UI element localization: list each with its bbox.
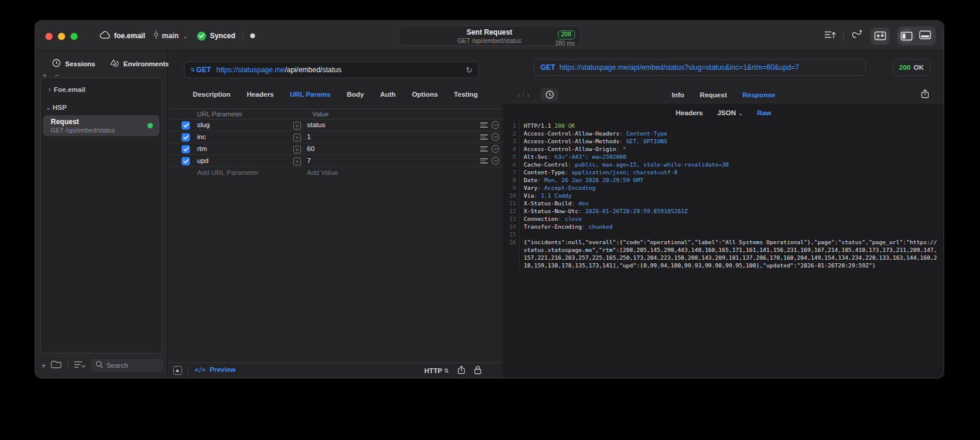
tab-url-params-label: URL Params — [290, 91, 331, 98]
view-options-icon[interactable] — [74, 360, 86, 371]
project-name[interactable]: foe.email — [114, 32, 145, 40]
param-name[interactable]: inc — [197, 133, 206, 140]
remove-param-icon[interactable] — [491, 157, 499, 165]
new-request-button[interactable]: + — [41, 361, 46, 370]
code-line-16: 16{"incidents":null,"overall":{"code":"o… — [503, 238, 940, 269]
param-enabled-checkbox[interactable] — [182, 145, 190, 153]
tab-body[interactable]: Body — [347, 91, 364, 98]
row-format-icon[interactable] — [480, 146, 488, 152]
tab-info[interactable]: Info — [672, 91, 684, 99]
line-number: 4 — [503, 145, 520, 153]
tab-auth[interactable]: Auth — [380, 91, 395, 98]
code-token: Cache-Control — [524, 161, 568, 168]
toolbar-separator — [843, 31, 844, 41]
editor-toggle-icon[interactable] — [173, 366, 182, 375]
code-icon: </> — [195, 367, 205, 373]
code-token: Vary — [524, 184, 537, 191]
sent-request-url-box[interactable]: GET https://statuspage.me/api/embed/stat… — [533, 59, 866, 76]
titlebar: foe.email main ⌄ Synced Sent Request GET… — [35, 21, 944, 51]
subtab-raw[interactable]: Raw — [757, 109, 772, 116]
tab-sessions-label: Sessions — [65, 60, 96, 67]
param-name[interactable]: slug — [197, 121, 210, 128]
preview-button[interactable]: </> Preview — [195, 366, 236, 373]
toggle-sidebar-button[interactable] — [899, 28, 914, 44]
param-enabled-checkbox[interactable] — [182, 157, 190, 165]
subtab-json[interactable]: JSON⌄ — [717, 109, 743, 116]
sync-status-label[interactable]: Synced — [210, 32, 235, 40]
request-url-field[interactable]: ⇅ GET https://statuspage.me /api/embed/s… — [184, 61, 479, 78]
protocol-selector[interactable]: HTTP ⇅ — [424, 367, 448, 374]
close-window-button[interactable] — [45, 33, 53, 40]
tab-testing[interactable]: Testing — [454, 91, 478, 98]
share-icon[interactable] — [457, 365, 465, 377]
add-param-value-placeholder[interactable]: Add Value — [307, 169, 338, 176]
export-response-icon[interactable] — [921, 89, 929, 101]
code-line-1: 1HTTP/1.1 200 OK — [503, 122, 940, 130]
row-format-icon[interactable] — [480, 122, 488, 128]
row-format-icon[interactable] — [480, 134, 488, 140]
tab-request[interactable]: Request — [700, 91, 727, 99]
response-viewer-panel: GET https://statuspage.me/api/embed/stat… — [503, 51, 944, 378]
remove-param-icon[interactable] — [491, 133, 499, 141]
add-param-name-placeholder[interactable]: Add URL Parameter — [197, 169, 259, 176]
method-stepper-icon[interactable]: ⇅ — [191, 67, 195, 73]
code-line-7: 7Content-Type: application/json; charset… — [503, 168, 940, 176]
param-value[interactable]: 60 — [307, 145, 315, 152]
code-token: Access-Control-Allow-Headers — [524, 130, 619, 137]
tab-headers[interactable]: Headers — [247, 91, 274, 98]
stepper-arrows-icon: ⇅ — [444, 368, 448, 374]
add-param-row[interactable]: Add URL Parameter Add Value — [168, 167, 502, 179]
search-field[interactable] — [91, 359, 164, 372]
tab-info-label: Info — [672, 91, 684, 99]
subtab-headers[interactable]: Headers — [676, 109, 703, 116]
search-input[interactable] — [106, 362, 159, 369]
import-export-button[interactable] — [871, 27, 890, 45]
tab-request-label: Request — [700, 91, 727, 99]
param-enabled-checkbox[interactable] — [182, 133, 190, 141]
method-label[interactable]: GET — [196, 66, 211, 74]
param-value[interactable]: 7 — [307, 157, 311, 164]
lock-icon[interactable] — [474, 365, 481, 377]
code-token: Connection — [524, 216, 558, 222]
remove-param-icon[interactable] — [491, 145, 499, 153]
sidebar-item-request[interactable]: Request GET /api/embed/status — [43, 115, 159, 136]
toggle-bottom-panel-button[interactable] — [919, 30, 931, 42]
code-line-10: 10Via: 1.1 Caddy — [503, 192, 940, 199]
code-token: close — [565, 216, 582, 222]
flow-loop-icon[interactable] — [851, 30, 864, 42]
new-folder-icon[interactable] — [51, 360, 62, 371]
tab-url-params[interactable]: URL Params — [290, 91, 331, 98]
branch-selector[interactable]: main — [162, 32, 179, 40]
param-name[interactable]: upd — [197, 157, 208, 164]
tab-options[interactable]: Options — [412, 91, 438, 98]
line-number: 1 — [503, 122, 520, 130]
footer-separator — [188, 366, 188, 375]
code-line-6: 6Cache-Control: public, max-age=15, stal… — [503, 161, 940, 168]
raw-response-view[interactable]: 1HTTP/1.1 200 OK2Access-Control-Allow-He… — [503, 122, 940, 376]
tab-environments[interactable]: Environments — [110, 59, 170, 69]
tab-response[interactable]: Response — [742, 91, 775, 99]
tree-group-foe-email[interactable]: › Foe.email — [41, 84, 162, 94]
param-value[interactable]: 1 — [307, 133, 311, 140]
response-tabs: InfoRequestResponse — [503, 87, 944, 103]
param-enabled-checkbox[interactable] — [182, 121, 190, 130]
chevron-down-icon: ⌄ — [183, 33, 188, 39]
param-value[interactable]: status — [307, 121, 325, 128]
response-subtabs: HeadersJSON⌄Raw — [503, 106, 944, 119]
reorder-lines-icon[interactable] — [824, 30, 836, 42]
code-line-15: 15 — [503, 230, 940, 238]
code-token: Mon, 26 Jan 2026 20:29:59 GMT — [544, 177, 643, 183]
sent-request-pill[interactable]: Sent Request GET /api/embed/status 200 2… — [398, 26, 581, 46]
tree-group-hsp[interactable]: ⌄ HSP — [41, 102, 162, 112]
resend-request-icon[interactable]: ↻ — [466, 66, 472, 75]
tab-description[interactable]: Description — [193, 91, 231, 98]
zoom-window-button[interactable] — [70, 33, 78, 40]
cloud-icon — [100, 30, 110, 41]
row-format-icon[interactable] — [480, 158, 488, 164]
equals-icon: = — [293, 146, 301, 153]
remove-param-icon[interactable] — [491, 121, 499, 129]
param-name[interactable]: rtm — [197, 145, 207, 152]
tab-sessions[interactable]: Sessions — [52, 59, 96, 69]
minimize-window-button[interactable] — [58, 33, 65, 40]
tab-testing-label: Testing — [454, 91, 478, 98]
